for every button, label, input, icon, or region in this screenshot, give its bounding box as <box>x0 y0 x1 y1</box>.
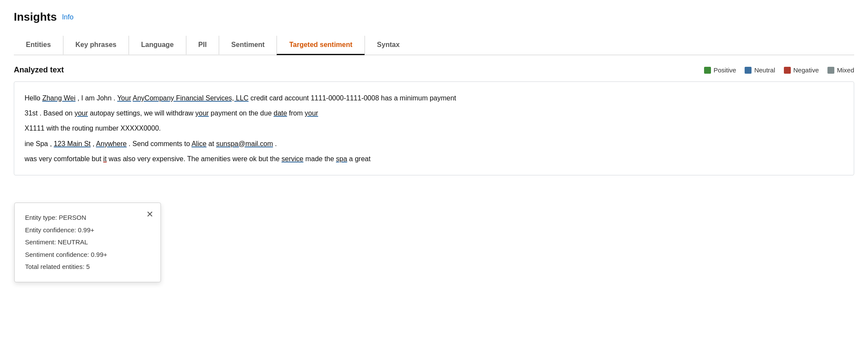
mixed-dot <box>827 67 834 74</box>
word-service[interactable]: service <box>282 155 304 162</box>
mixed-label: Mixed <box>837 66 854 74</box>
tooltip-entity-type: Entity type: PERSON <box>25 212 150 224</box>
neutral-dot <box>745 67 752 74</box>
word-payment: payment on the due <box>211 109 274 117</box>
tooltip-related-entities: Total related entities: 5 <box>25 261 150 273</box>
text-line-4: ine Spa , 123 Main St , Anywhere . Send … <box>25 136 843 151</box>
word-your1[interactable]: Your <box>117 94 131 102</box>
tooltip-sentiment: Sentiment: NEUTRAL <box>25 236 150 249</box>
tab-syntax[interactable]: Syntax <box>365 36 412 55</box>
text-line-5: was very comfortable but it was also ver… <box>25 151 843 166</box>
legend-negative: Negative <box>784 66 819 74</box>
word-zhang-wei[interactable]: Zhang Wei <box>42 94 75 102</box>
tooltip-close-button[interactable]: ✕ <box>146 209 154 219</box>
word-it[interactable]: it <box>103 155 107 162</box>
word-from: from <box>289 109 305 117</box>
word-made: made the <box>305 155 336 162</box>
text-line-1: Hello Zhang Wei , I am John . Your AnyCo… <box>25 90 843 106</box>
negative-label: Negative <box>793 66 819 74</box>
word-31st: 31st . Based on <box>25 109 75 117</box>
word-dot2: . Send comments to <box>129 140 192 147</box>
word-comma1: , I am <box>77 94 96 102</box>
word-123-main-st[interactable]: 123 Main St <box>54 140 91 147</box>
header: Insights Info <box>14 10 854 24</box>
word-ine-spa: ine Spa , <box>25 140 54 147</box>
word-anycompany[interactable]: AnyCompany Financial Services, LLC <box>133 94 249 102</box>
word-account-num: 1111-0000-1111-0008 has a minimum paymen… <box>311 94 456 102</box>
word-sunspa[interactable]: sunspa@mail.com <box>216 140 273 147</box>
analyzed-text-title: Analyzed text <box>14 66 64 75</box>
text-line-3: X1111 with the routing number XXXXX0000. <box>25 121 843 136</box>
word-x1111: X1111 with the routing number XXXXX0000. <box>25 125 161 132</box>
tab-entities[interactable]: Entities <box>14 36 63 55</box>
legend: Positive Neutral Negative Mixed <box>704 66 854 74</box>
word-dot1: . <box>113 94 117 102</box>
tooltip-entity-confidence: Entity confidence: 0.99+ <box>25 224 150 237</box>
positive-dot <box>704 67 711 74</box>
legend-neutral: Neutral <box>745 66 775 74</box>
word-your3[interactable]: your <box>195 109 209 117</box>
tab-key-phrases[interactable]: Key phrases <box>63 36 129 55</box>
tooltip-popup: ✕ Entity type: PERSON Entity confidence:… <box>14 203 161 282</box>
analyzed-section: Analyzed text Positive Neutral Negative … <box>14 66 854 175</box>
tab-sentiment[interactable]: Sentiment <box>219 36 277 55</box>
tabs-container: Entities Key phrases Language PII Sentim… <box>14 36 854 55</box>
info-link[interactable]: Info <box>62 13 74 21</box>
word-your2[interactable]: your <box>75 109 88 117</box>
word-autopay: autopay settings, we will withdraw <box>90 109 195 117</box>
tab-language[interactable]: Language <box>129 36 186 55</box>
word-alice[interactable]: Alice <box>192 140 207 147</box>
positive-label: Positive <box>714 66 736 74</box>
page-title: Insights <box>14 10 57 24</box>
word-anywhere[interactable]: Anywhere <box>96 140 126 147</box>
word-date[interactable]: date <box>274 109 287 117</box>
word-john: John <box>97 94 112 102</box>
analyzed-header: Analyzed text Positive Neutral Negative … <box>14 66 854 75</box>
word-spa[interactable]: spa <box>336 155 347 162</box>
text-box: Hello Zhang Wei , I am John . Your AnyCo… <box>14 81 854 175</box>
neutral-label: Neutral <box>754 66 775 74</box>
word-your4[interactable]: your <box>305 109 318 117</box>
word-was-expensive: was also very expensive. The amenities w… <box>109 155 282 162</box>
tooltip-sentiment-confidence: Sentiment confidence: 0.99+ <box>25 249 150 261</box>
negative-dot <box>784 67 791 74</box>
word-credit-card: credit card account <box>251 94 309 102</box>
tab-targeted-sentiment[interactable]: Targeted sentiment <box>277 36 364 55</box>
word-was-comfortable: was very comfortable but <box>25 155 103 162</box>
word-dot3: . <box>275 140 277 147</box>
page-container: Insights Info Entities Key phrases Langu… <box>0 0 868 337</box>
word-hello: Hello <box>25 94 42 102</box>
legend-mixed: Mixed <box>827 66 854 74</box>
word-great: a great <box>349 155 371 162</box>
tab-pii[interactable]: PII <box>186 36 219 55</box>
word-at: at <box>208 140 216 147</box>
text-line-2: 31st . Based on your autopay settings, w… <box>25 106 843 121</box>
legend-positive: Positive <box>704 66 736 74</box>
